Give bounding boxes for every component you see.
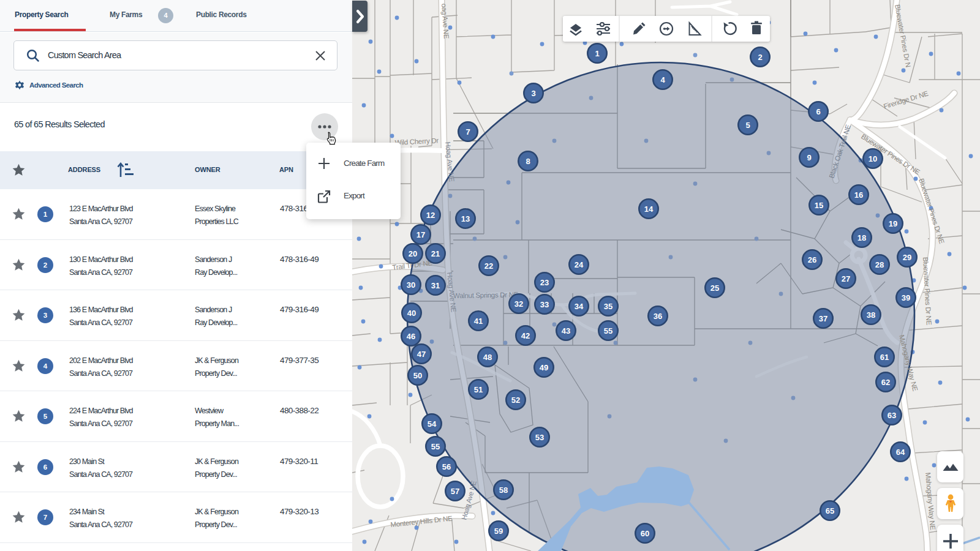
svg-text:Walnut Springs Dr NE: Walnut Springs Dr NE [453,291,519,299]
svg-text:15: 15 [815,201,823,210]
svg-text:35: 35 [604,302,612,311]
svg-text:20: 20 [409,249,417,258]
svg-text:43: 43 [562,326,570,335]
svg-text:52: 52 [511,395,520,405]
svg-text:26: 26 [808,255,816,264]
svg-text:29: 29 [903,253,911,262]
svg-text:64: 64 [896,448,905,457]
svg-text:30: 30 [407,280,415,290]
svg-text:22: 22 [484,261,493,271]
svg-text:56: 56 [442,462,451,471]
svg-text:37: 37 [819,314,827,323]
svg-text:59: 59 [494,527,503,536]
svg-text:7: 7 [466,127,470,137]
svg-text:57: 57 [451,487,459,496]
svg-text:46: 46 [407,332,415,341]
svg-text:18: 18 [858,233,866,242]
svg-text:2: 2 [758,53,762,62]
svg-text:10: 10 [869,154,877,163]
svg-text:28: 28 [875,260,884,269]
svg-text:24: 24 [575,260,584,269]
svg-text:39: 39 [902,293,910,302]
svg-text:48: 48 [483,353,492,362]
svg-text:38: 38 [867,310,875,320]
svg-text:42: 42 [521,331,530,340]
svg-text:1: 1 [595,49,599,58]
svg-text:49: 49 [540,363,548,372]
svg-text:51: 51 [474,385,483,394]
svg-text:13: 13 [461,214,470,223]
svg-text:4: 4 [660,75,665,84]
svg-text:65: 65 [826,506,834,515]
svg-text:21: 21 [431,249,440,258]
svg-text:60: 60 [641,529,649,538]
svg-text:31: 31 [431,281,440,290]
svg-text:8: 8 [526,157,530,166]
svg-text:5: 5 [745,121,750,130]
svg-text:50: 50 [413,371,422,380]
svg-text:23: 23 [540,278,549,287]
svg-text:54: 54 [428,419,437,429]
svg-text:34: 34 [575,302,584,311]
svg-text:16: 16 [854,190,863,200]
svg-text:14: 14 [644,204,654,214]
svg-text:53: 53 [535,433,544,442]
svg-text:36: 36 [654,312,662,321]
svg-text:63: 63 [888,411,896,420]
svg-text:17: 17 [417,230,425,239]
svg-text:61: 61 [880,353,889,362]
svg-text:55: 55 [431,442,440,451]
svg-text:62: 62 [881,378,890,387]
svg-text:6: 6 [816,107,820,116]
svg-text:27: 27 [842,274,850,283]
svg-text:33: 33 [540,300,549,309]
svg-text:19: 19 [889,219,897,228]
svg-text:55: 55 [604,326,612,335]
svg-text:47: 47 [417,350,426,359]
svg-text:3: 3 [531,89,535,98]
svg-text:40: 40 [407,309,416,318]
svg-text:25: 25 [710,283,719,293]
svg-text:32: 32 [514,299,523,309]
svg-text:41: 41 [474,317,483,326]
svg-text:58: 58 [499,485,508,495]
svg-text:12: 12 [426,211,435,220]
svg-text:9: 9 [807,153,811,162]
